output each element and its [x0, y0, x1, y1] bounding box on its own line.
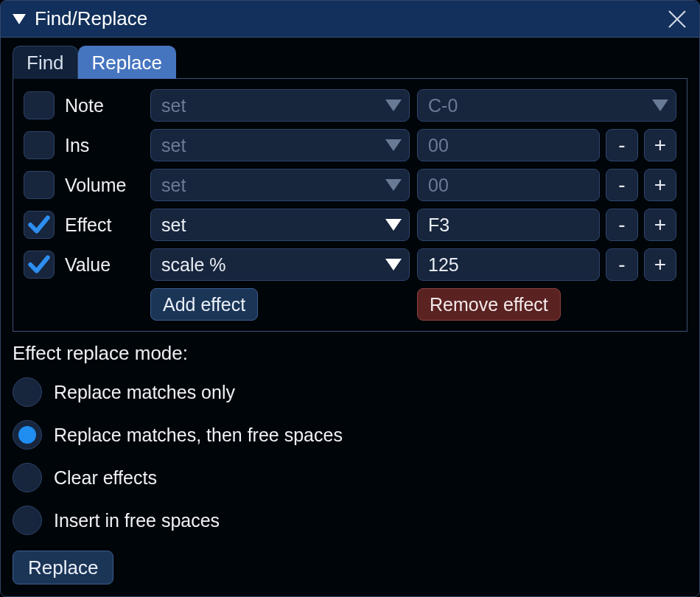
value-cell-value: 125 - + [417, 248, 676, 281]
checkbox-ins[interactable] [24, 131, 55, 159]
value-cell-volume: 00 - + [417, 169, 676, 201]
value-input-effect[interactable]: F3 [417, 209, 600, 241]
radio-matches-free[interactable] [13, 420, 42, 450]
chevron-down-icon [385, 219, 402, 231]
radio-clear[interactable] [13, 463, 42, 492]
mode-select-effect-value: set [161, 214, 385, 236]
label-ins: Ins [63, 135, 143, 156]
radio-row-matches-free[interactable]: Replace matches, then free spaces [13, 413, 687, 456]
mode-select-effect[interactable]: set [150, 209, 410, 241]
svg-marker-0 [13, 14, 26, 24]
mode-select-ins[interactable]: set [150, 129, 410, 161]
radio-label-matches-free: Replace matches, then free spaces [54, 425, 343, 446]
row-ins: Ins set 00 - + [24, 129, 676, 161]
plus-button-effect[interactable]: + [644, 209, 676, 241]
checkbox-volume[interactable] [24, 171, 55, 199]
close-icon[interactable] [667, 9, 687, 29]
value-select-note-value: C-0 [428, 95, 652, 116]
chevron-down-icon [652, 100, 668, 111]
label-volume: Volume [63, 175, 143, 196]
label-effect: Effect [63, 214, 143, 236]
replace-panel: Note set C-0 Ins set [13, 79, 687, 332]
value-input-value[interactable]: 125 [417, 248, 600, 281]
mode-select-note[interactable]: set [150, 89, 410, 122]
mode-select-ins-value: set [161, 135, 385, 156]
plus-button-value[interactable]: + [644, 248, 676, 281]
tab-find[interactable]: Find [13, 46, 78, 79]
mode-select-value[interactable]: scale % [150, 248, 410, 281]
minus-button-ins[interactable]: - [606, 129, 638, 161]
radio-row-clear[interactable]: Clear effects [13, 456, 687, 499]
minus-button-effect[interactable]: - [606, 209, 638, 241]
find-replace-window: Find/Replace Find Replace Note set C- [0, 0, 700, 597]
row-volume: Volume set 00 - + [24, 169, 676, 201]
tab-replace[interactable]: Replace [78, 46, 176, 79]
svg-marker-2 [652, 100, 668, 111]
chevron-down-icon [385, 100, 402, 111]
minus-button-volume[interactable]: - [606, 169, 638, 201]
value-input-volume[interactable]: 00 [417, 169, 600, 201]
radio-label-matches-only: Replace matches only [54, 382, 235, 403]
checkbox-note[interactable] [24, 91, 55, 119]
label-note: Note [63, 95, 143, 116]
content: Find Replace Note set C-0 [1, 38, 699, 596]
value-cell-effect: F3 - + [417, 209, 676, 241]
label-value: Value [63, 254, 143, 276]
svg-marker-5 [385, 219, 402, 231]
plus-button-ins[interactable]: + [644, 129, 676, 161]
row-effect: Effect set F3 - + [24, 209, 676, 241]
row-note: Note set C-0 [24, 89, 676, 122]
checkbox-value[interactable] [24, 251, 55, 279]
checkbox-effect[interactable] [24, 211, 55, 239]
chevron-down-icon [385, 139, 402, 151]
mode-select-volume-value: set [161, 175, 385, 196]
svg-marker-1 [385, 100, 402, 111]
row-effect-buttons: Add effect Remove effect [24, 288, 676, 321]
window-title: Find/Replace [35, 7, 667, 30]
mode-select-note-value: set [161, 95, 385, 116]
value-input-ins[interactable]: 00 [417, 129, 600, 161]
value-cell-ins: 00 - + [417, 129, 676, 161]
remove-effect-button[interactable]: Remove effect [417, 288, 561, 321]
add-effect-button[interactable]: Add effect [150, 288, 258, 321]
effect-mode-radios: Replace matches only Replace matches, th… [13, 371, 687, 542]
radio-matches-only[interactable] [13, 377, 42, 407]
radio-label-insert-free: Insert in free spaces [54, 510, 220, 531]
titlebar: Find/Replace [1, 1, 699, 38]
radio-row-matches-only[interactable]: Replace matches only [13, 371, 687, 413]
plus-button-volume[interactable]: + [644, 169, 676, 201]
value-select-note[interactable]: C-0 [417, 89, 676, 122]
radio-insert-free[interactable] [13, 506, 42, 535]
chevron-down-icon [385, 259, 402, 270]
row-value: Value scale % 125 - + [24, 248, 676, 281]
svg-marker-4 [385, 179, 402, 191]
tabs: Find Replace [13, 45, 687, 79]
svg-marker-3 [385, 139, 402, 151]
mode-select-value-value: scale % [161, 254, 385, 276]
replace-button[interactable]: Replace [13, 551, 113, 584]
svg-marker-6 [385, 259, 402, 270]
chevron-down-icon [385, 179, 402, 191]
collapse-icon[interactable] [13, 14, 26, 24]
mode-select-volume[interactable]: set [150, 169, 410, 201]
radio-row-insert-free[interactable]: Insert in free spaces [13, 499, 687, 542]
effect-mode-label: Effect replace mode: [13, 342, 687, 365]
radio-label-clear: Clear effects [54, 467, 157, 489]
minus-button-value[interactable]: - [606, 248, 638, 281]
